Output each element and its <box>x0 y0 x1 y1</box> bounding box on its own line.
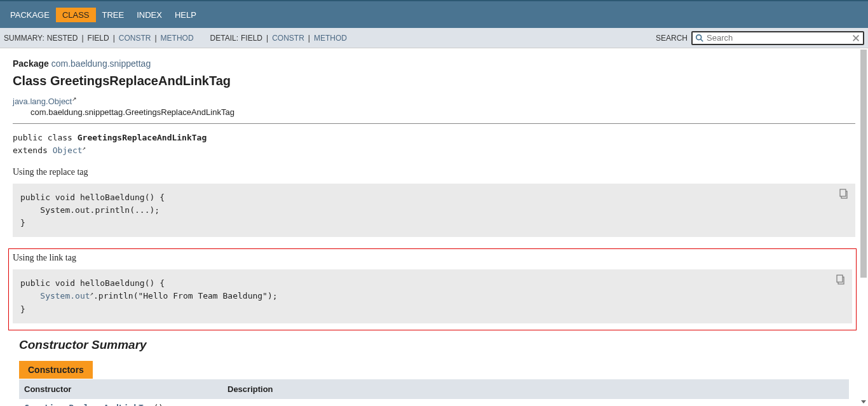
signature-classname: GreetingsReplaceAndLinkTag <box>78 133 207 142</box>
nav-index[interactable]: INDEX <box>130 8 168 22</box>
constructor-summary-title: Constructor Summary <box>19 338 855 352</box>
nav-tree[interactable]: TREE <box>96 8 131 22</box>
nav-class[interactable]: CLASS <box>56 8 96 22</box>
signature-extends-link[interactable]: Object <box>53 145 83 155</box>
code-snippet-link: public void helloBaeldung() { System.out… <box>13 269 852 323</box>
snippet-line2-prefix <box>20 292 40 301</box>
detail-group: DETAIL: FIELD | CONSTR | METHOD <box>210 34 347 43</box>
inheritance-tree: java.lang.Object↗ com.baeldung.snippetta… <box>13 96 855 117</box>
nav-package[interactable]: PACKAGE <box>4 8 56 22</box>
external-link-icon: ↗ <box>83 145 86 151</box>
constructor-description <box>227 403 844 406</box>
svg-marker-8 <box>861 400 866 403</box>
search-input[interactable] <box>704 33 851 43</box>
constructor-table: Constructor Description GreetingsReplace… <box>19 379 849 406</box>
separator: | <box>307 34 311 43</box>
package-link[interactable]: com.baeldung.snippettag <box>51 58 151 69</box>
constructor-params: () <box>154 403 164 406</box>
snippet-code: public void helloBaeldung() { System.out… <box>20 193 165 227</box>
col-header-description: Description <box>227 384 844 394</box>
summary-label: SUMMARY: <box>4 34 44 43</box>
copy-icon[interactable] <box>836 274 846 285</box>
detail-field: FIELD <box>241 34 262 43</box>
summary-field: FIELD <box>88 34 109 43</box>
detail-method-link[interactable]: METHOD <box>314 34 347 43</box>
table-header-row: Constructor Description <box>19 379 849 399</box>
inheritance-current: com.baeldung.snippettag.GreetingsReplace… <box>31 107 855 117</box>
separator: | <box>265 34 269 43</box>
search-icon <box>695 34 704 43</box>
copy-icon[interactable] <box>839 189 849 199</box>
detail-constr-link[interactable]: CONSTR <box>272 34 304 43</box>
svg-rect-5 <box>840 189 846 196</box>
tab-constructors[interactable]: Constructors <box>19 361 93 379</box>
table-row: GreetingsReplaceAndLinkTag() <box>19 399 849 406</box>
scrollbar-thumb[interactable] <box>860 50 867 278</box>
col-header-constructor: Constructor <box>24 384 227 394</box>
svg-rect-7 <box>837 275 843 282</box>
separator: | <box>153 34 158 43</box>
package-line: Package com.baeldung.snippettag <box>13 58 855 69</box>
search-label: SEARCH <box>656 34 688 43</box>
content-area: Package com.baeldung.snippettag Class Gr… <box>0 48 868 406</box>
nav-help[interactable]: HELP <box>168 8 203 22</box>
divider <box>13 123 855 124</box>
snippet-line3: } <box>20 304 25 314</box>
svg-point-0 <box>696 34 702 39</box>
scroll-down-arrow-icon[interactable] <box>860 398 867 405</box>
class-signature: public class GreetingsReplaceAndLinkTag … <box>13 132 855 156</box>
summary-method-link[interactable]: METHOD <box>161 34 194 43</box>
code-snippet-replace: public void helloBaeldung() { System.out… <box>13 184 855 237</box>
signature-extends-prefix: extends <box>13 145 53 155</box>
snippet-system-out-link[interactable]: System.out <box>40 292 90 301</box>
snippet-line2-suffix: .println("Hello From Team Baeldung"); <box>93 292 278 301</box>
package-label: Package <box>13 58 49 69</box>
close-icon[interactable] <box>851 34 860 43</box>
top-nav: PACKAGE CLASS TREE INDEX HELP <box>0 0 868 28</box>
inheritance-link-object[interactable]: java.lang.Object <box>13 97 72 106</box>
summary-group: SUMMARY: NESTED | FIELD | CONSTR | METHO… <box>4 34 194 43</box>
summary-constr-link[interactable]: CONSTR <box>119 34 151 43</box>
scrollbar[interactable] <box>859 50 868 406</box>
detail-label: DETAIL: <box>210 34 238 43</box>
summary-nested: NESTED <box>47 34 78 43</box>
class-title: Class GreetingsReplaceAndLinkTag <box>13 74 855 88</box>
search-box <box>691 31 864 45</box>
separator: | <box>112 34 116 43</box>
snippet-line1: public void helloBaeldung() { <box>20 278 165 288</box>
description-replace: Using the replace tag <box>13 167 855 177</box>
constructor-link[interactable]: GreetingsReplaceAndLinkTag <box>24 403 154 406</box>
sub-nav: SUMMARY: NESTED | FIELD | CONSTR | METHO… <box>0 28 868 48</box>
signature-prefix: public class <box>13 133 78 142</box>
description-link: Using the link tag <box>13 253 852 263</box>
constructor-tabs: Constructors <box>19 361 855 379</box>
svg-line-1 <box>701 39 703 41</box>
external-link-icon: ↗ <box>72 96 77 102</box>
search-group: SEARCH <box>656 31 864 45</box>
highlighted-region: Using the link tag public void helloBael… <box>8 248 857 330</box>
separator: | <box>80 34 85 43</box>
